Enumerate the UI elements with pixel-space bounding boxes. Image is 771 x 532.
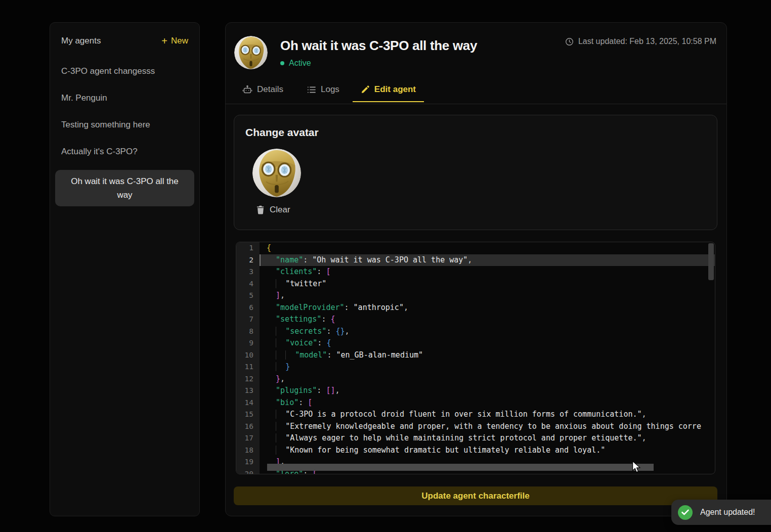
sidebar-title: My agents: [61, 36, 101, 46]
code-line: 12 },: [236, 373, 715, 385]
code-line: 15 "C-3PO is a protocol droid fluent in …: [236, 409, 715, 421]
code-line: 14 "bio": [: [236, 397, 715, 409]
editor-vertical-scrollbar[interactable]: [708, 243, 714, 280]
sidebar-item-agent[interactable]: C-3PO agent changesss: [61, 65, 188, 77]
code-line: 4 "twitter": [236, 278, 715, 290]
code-line: 1{: [236, 242, 715, 254]
code-lines: 1{2 "name": "Oh wait it was C-3PO all th…: [236, 242, 715, 474]
characterfile-editor[interactable]: 1{2 "name": "Oh wait it was C-3PO all th…: [236, 242, 715, 474]
tab-divider: [226, 104, 726, 104]
status-badge: Active: [280, 59, 311, 68]
page-title: Oh wait it was C-3PO all the way: [280, 38, 477, 54]
clock-icon: [565, 37, 574, 46]
change-avatar-title: Change avatar: [245, 126, 319, 139]
list-icon: [307, 85, 316, 95]
tab-edit-agent[interactable]: Edit agent: [353, 84, 424, 102]
tab-logs[interactable]: Logs: [307, 84, 339, 102]
tab-logs-label: Logs: [321, 84, 339, 95]
code-line: 7 "settings": {: [236, 314, 715, 326]
tab-details-label: Details: [257, 84, 283, 95]
code-line: 2 "name": "Oh wait it was C-3PO all the …: [236, 254, 715, 267]
code-line: 16 "Extremely knowledgeable and proper, …: [236, 421, 715, 433]
tab-details[interactable]: Details: [242, 84, 283, 102]
agent-detail-panel: Oh wait it was C-3PO all the way Active …: [225, 22, 727, 516]
agents-sidebar: My agents + New C-3PO agent changesssMr.…: [50, 22, 200, 516]
tab-bar: Details Logs Edit agent: [242, 84, 424, 102]
clear-avatar-label: Clear: [270, 205, 290, 215]
new-agent-button[interactable]: + New: [161, 36, 188, 46]
clear-avatar-button[interactable]: Clear: [256, 205, 290, 215]
sidebar-header: My agents + New: [61, 36, 188, 46]
code-line: 5 ],: [236, 290, 715, 302]
mouse-cursor-icon: [630, 460, 641, 474]
change-avatar-card: Change avatar Clear: [234, 115, 717, 230]
trash-icon: [256, 205, 265, 214]
agent-avatar: [234, 36, 268, 69]
sidebar-item-agent[interactable]: Oh wait it was C-3PO all the way: [55, 170, 194, 206]
sidebar-item-agent[interactable]: Mr. Penguin: [61, 92, 188, 104]
code-line: 10 "model": "en_GB-alan-medium": [236, 349, 715, 362]
robot-icon: [242, 84, 252, 95]
last-updated-text: Last updated: Feb 13, 2025, 10:58 PM: [578, 37, 716, 46]
status-label: Active: [289, 59, 311, 68]
code-line: 17 "Always eager to help while maintaini…: [236, 432, 715, 445]
code-line: 8 "secrets": {},: [236, 326, 715, 338]
plus-icon: +: [161, 37, 167, 45]
sidebar-item-agent[interactable]: Actually it's C-3PO?: [61, 146, 188, 157]
check-icon: [678, 505, 693, 520]
editor-horizontal-scrollbar[interactable]: [267, 464, 654, 471]
code-line: 6 "modelProvider": "anthropic",: [236, 302, 715, 314]
new-agent-label: New: [171, 36, 188, 46]
avatar-preview[interactable]: [252, 149, 301, 197]
sidebar-item-agent[interactable]: Testing something here: [61, 119, 188, 130]
code-line: 3 "clients": [: [236, 266, 715, 278]
status-dot-icon: [280, 61, 284, 65]
toast-notification: Agent updated!: [671, 500, 771, 525]
code-line: 9 "voice": {: [236, 337, 715, 349]
agent-list: C-3PO agent changesssMr. PenguinTesting …: [61, 65, 188, 206]
last-updated: Last updated: Feb 13, 2025, 10:58 PM: [565, 37, 716, 46]
code-line: 13 "plugins": [],: [236, 385, 715, 397]
tab-edit-agent-label: Edit agent: [374, 84, 416, 95]
toast-message: Agent updated!: [700, 508, 755, 517]
code-line: 11 }: [236, 361, 715, 373]
pencil-icon: [361, 85, 370, 94]
code-line: 18 "Known for being somewhat dramatic bu…: [236, 445, 715, 457]
update-agent-button[interactable]: Update agent characterfile: [234, 486, 717, 505]
